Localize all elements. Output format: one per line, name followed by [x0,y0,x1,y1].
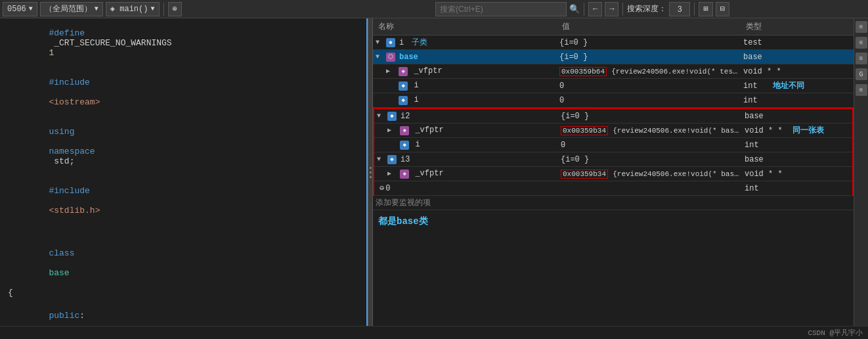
nav-back-icon: ← [593,5,597,14]
expand-icon-i3[interactable]: ▼ [377,156,385,163]
watch-name-vfptr-3: ▶ ◈ _vfptr [374,168,558,180]
var-name-i-base: i [414,81,418,90]
pin-icon: ⊕ [173,4,177,14]
watch-value-i3: {i=0 } [558,154,742,166]
sidebar-icon-3[interactable]: ≡ [856,53,867,64]
view-icon-1: ⊞ [703,4,708,14]
keyword-using: using [49,127,74,137]
add-watch-placeholder: 添加要监视的项 [376,197,431,208]
watch-row-i-base-member[interactable]: ▶ ◆ i 0 int 地址不同 [373,79,854,93]
var-icon-i-i2: ◆ [400,141,409,150]
watch-row-vfptr-3[interactable]: ▶ ◈ _vfptr 0x00359b34 {review240506.exe!… [374,167,852,181]
search-icon[interactable]: 🔍 [569,4,580,14]
panel-splitter[interactable] [368,18,373,326]
watch-row-vfptr-2[interactable]: ▶ ◈ _vfptr 0x00359b34 {review240506.exe!… [374,124,852,138]
watch-name-i-i2: ▶ ◆ i [374,139,558,151]
sidebar-icon-4[interactable]: G [856,68,867,80]
watch-type-i-i2: int [742,139,852,151]
expand-icon-vfptr-1[interactable]: ▶ [386,67,394,75]
vfptr-value-box-3: 0x00359b34 [561,170,608,179]
var-name-i-test: i [414,95,418,104]
watch-name-i-subclass: ▼ ◆ i 子类 [373,35,557,49]
col-header-type: 类型 [741,20,854,34]
search-input[interactable] [435,2,567,16]
scope-dropdown-1[interactable]: 0506 ▼ [3,2,37,16]
watch-type-vfptr-2: void * * 同一张表 [742,124,852,137]
watch-type-i-i3: int [742,183,852,194]
watch-type-vfptr-3: void * * [742,168,852,180]
sidebar-icon-2[interactable]: ≡ [856,37,867,49]
watch-panel-wrapper: 名称 值 类型 ▼ ◆ i 子类 {i=0 } test [373,18,854,326]
code-line-5 [0,225,366,238]
sidebar-icon-1[interactable]: ≡ [856,21,867,33]
scope-label-2: （全局范围） [45,3,92,14]
watch-name-vfptr-1: ▶ ◈ _vfptr [373,65,557,78]
expand-icon-base[interactable]: ▼ [376,53,383,60]
depth-input[interactable] [669,2,690,16]
watch-name-vfptr-2: ▶ ◈ _vfptr [374,124,558,137]
var-name-vfptr-2: _vfptr [415,125,443,135]
code-line-1: #define _CRT_SECURE_NO_WARNINGS 1 [0,18,366,68]
watch-row-i-test-member[interactable]: ▶ ◆ i 0 int [373,93,854,108]
code-panel: #define _CRT_SECURE_NO_WARNINGS 1 #inclu… [0,18,368,326]
dropdown-arrow-3: ▼ [150,5,154,12]
expand-icon-i[interactable]: ▼ [376,39,383,46]
watch-row-vfptr-1[interactable]: ▶ ◈ _vfptr 0x00359b64 {review240506.exe!… [373,64,854,79]
main-area: #define _CRT_SECURE_NO_WARNINGS 1 #inclu… [0,18,868,326]
watch-row-base[interactable]: ▼ ⬡ base {i=0 } base [373,50,854,64]
col-header-name: 名称 [373,20,557,34]
pin-button[interactable]: ⊕ [168,2,182,16]
var-name-base: base [399,53,418,62]
nav-forward-icon: → [609,5,614,14]
watch-name-i-test: ▶ ◆ i [373,94,557,106]
scope-dropdown-2[interactable]: （全局范围） ▼ [40,2,103,16]
watch-row-i2[interactable]: ▼ ◆ i2 {i=0 } base [374,109,852,124]
scope-label-1: 0506 [7,5,26,14]
watch-row-i3[interactable]: ▼ ◆ i3 {i=0 } base [374,152,852,167]
watch-row-i-i3-child[interactable]: ⊖ 0 int [374,181,852,196]
code-line-6: class base [0,238,366,288]
var-name-vfptr-1: _vfptr [414,66,442,76]
toolbar-separator-2 [584,3,584,16]
col-header-value: 值 [557,20,741,34]
splitter-dot-2 [370,171,372,173]
watch-row-i-i2-child[interactable]: ▶ ◆ i 0 int [374,138,852,152]
section-box-i2: ▼ ◆ i2 {i=0 } base ▶ ◈ _v [373,108,854,196]
view-btn-1[interactable]: ⊞ [699,2,712,16]
watch-value-i: {i=0 } [557,37,741,49]
macro-name: _CRT_SECURE_NO_WARNINGS [49,38,177,48]
var-name-vfptr-3: _vfptr [415,169,443,178]
var-icon-i-base: ◆ [399,81,408,91]
splitter-dot-3 [370,176,372,178]
add-watch-row[interactable]: 添加要监视的项 [373,196,854,210]
watch-value-base: {i=0 } [557,51,741,63]
vfptr-value-suffix-2: {review240506.exe!void(* base::vfta... [613,126,742,135]
expand-icon-i2[interactable]: ▼ [377,112,385,120]
ptr-icon-2: ◈ [400,126,409,135]
keyword-include1: #include [49,78,89,87]
var-name-i2: i2 [401,112,410,121]
expand-icon-vfptr-2[interactable]: ▶ [387,126,395,134]
toolbar-separator-1 [163,3,164,16]
watch-value-i2: {i=0 } [558,110,742,122]
vfptr-value-box-2: 0x00359b34 [561,126,608,135]
nav-forward-button[interactable]: → [605,2,618,16]
keyword-class1: class [49,248,74,258]
line-gutter-1 [0,18,5,68]
watch-row-i-subclass[interactable]: ▼ ◆ i 子类 {i=0 } test [373,35,854,50]
vfptr-value-box-1: 0x00359b64 [559,67,607,76]
keyword-public1: public [49,311,79,321]
keyword-include2: #include [49,186,89,196]
scope-dropdown-3[interactable]: ◈ main() ▼ [106,2,160,16]
watch-name-i2: ▼ ◆ i2 [374,110,558,122]
addr-diff-annotation: 地址不同 [773,81,804,91]
vfptr-value-suffix-3: {review240506.exe!void(* base::vfta... [613,170,742,179]
view-btn-2[interactable]: ⊟ [716,2,729,16]
sidebar-icon-5[interactable]: ≡ [856,84,867,96]
expand-icon-vfptr-3[interactable]: ▶ [387,170,395,177]
watch-rows-container: ▼ ◆ i 子类 {i=0 } test ▼ ⬡ base {i=0 } [373,35,854,326]
nav-back-button[interactable]: ← [588,2,602,16]
code-line-7: { [0,288,366,301]
scope-label-3: ◈ main() [110,4,148,14]
watch-type-i-base: int 地址不同 [741,79,854,93]
